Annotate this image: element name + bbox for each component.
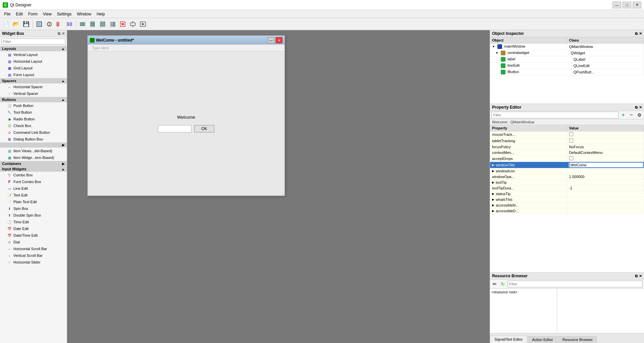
- wb-section-input[interactable]: Input Widgets ▲: [0, 166, 67, 172]
- wb-section-buttons[interactable]: Buttons ▲: [0, 97, 67, 102]
- pe-cell-tablettracking-val[interactable]: [567, 138, 644, 144]
- rb-pencil-btn[interactable]: ✏: [491, 281, 498, 287]
- pe-cell-windowtitle-val[interactable]: [569, 162, 644, 168]
- oi-float-btn[interactable]: ⧉: [635, 32, 638, 36]
- toolbar-layout-h[interactable]: [78, 19, 87, 29]
- wb-item-form-layout[interactable]: ▤ Form Layout: [0, 71, 67, 78]
- wb-item-v-spacer[interactable]: ↕ Vertical Spacer: [0, 90, 67, 97]
- pe-row-tooltip[interactable]: ▶ toolTip: [490, 180, 644, 185]
- menu-form[interactable]: Form: [25, 11, 40, 17]
- rb-filter-input[interactable]: [507, 281, 643, 287]
- menu-file[interactable]: File: [1, 11, 13, 17]
- oi-row-lbutton[interactable]: lButton QPushButt...: [490, 69, 644, 75]
- wb-item-grid-layout[interactable]: ▦ Grid Layout: [0, 65, 67, 71]
- oi-row-lineedit[interactable]: lineEdit QLineEdit: [490, 63, 644, 69]
- menu-settings[interactable]: Settings: [54, 11, 74, 17]
- wb-item-font-combo[interactable]: F Font Combo Box: [0, 178, 67, 185]
- wb-item-text-edit[interactable]: 📝 Text Edit: [0, 192, 67, 198]
- toolbar-signal-edit[interactable]: [45, 19, 54, 29]
- tab-resource-browser[interactable]: Resource Browser: [558, 336, 597, 343]
- form-ok-button[interactable]: OK: [194, 125, 214, 132]
- pe-row-acceptdrops[interactable]: acceptDrops: [490, 156, 644, 162]
- cb-tablettracking[interactable]: [569, 138, 573, 142]
- toolbar-open[interactable]: 📂: [11, 19, 21, 29]
- pe-settings-btn[interactable]: ⚙: [636, 112, 643, 118]
- pe-close-btn[interactable]: ✕: [639, 105, 642, 110]
- toolbar-adjust-size[interactable]: [128, 19, 138, 29]
- wb-item-date-edit[interactable]: 📅 Date Edit: [0, 225, 67, 232]
- pe-row-focuspolicy[interactable]: focusPolicy NoFocus: [490, 144, 644, 150]
- tab-signal-slot[interactable]: Signal/Slot Editor: [490, 336, 527, 343]
- wb-item-dialog-box[interactable]: ⊠ Dialog Button Box: [0, 136, 67, 142]
- minimize-button[interactable]: —: [612, 2, 621, 8]
- form-minimize-button[interactable]: —: [268, 37, 274, 43]
- pe-arrow-windowtitle[interactable]: ▶: [492, 163, 494, 167]
- oi-close-btn[interactable]: ✕: [639, 32, 642, 36]
- form-input-field[interactable]: [158, 125, 192, 132]
- menu-window[interactable]: Window: [74, 11, 94, 17]
- wb-section-spacers[interactable]: Spacers ▲: [0, 78, 67, 83]
- cb-acceptdrops[interactable]: [569, 156, 573, 160]
- toolbar-layout-v[interactable]: [88, 19, 97, 29]
- wb-section-item-views[interactable]: ▶: [0, 142, 67, 148]
- toolbar-layout-form[interactable]: [108, 19, 117, 29]
- widget-box-close[interactable]: ✕: [62, 32, 65, 36]
- pe-row-mousetracking[interactable]: mouseTrack...: [490, 131, 644, 138]
- cb-mousetracking[interactable]: [569, 132, 573, 136]
- property-editor-filter[interactable]: [491, 112, 619, 118]
- canvas-area[interactable]: WelCome - untitled* — ✕ Type Here Welcom…: [67, 30, 490, 343]
- wb-section-layouts[interactable]: Layouts ▲: [0, 46, 67, 51]
- toolbar-widget-edit[interactable]: [35, 19, 44, 29]
- menu-edit[interactable]: Edit: [13, 11, 25, 17]
- maximize-button[interactable]: □: [623, 2, 631, 8]
- widget-box-float[interactable]: ⧉: [58, 32, 60, 36]
- wb-item-dial[interactable]: ⊙ Dial: [0, 239, 67, 245]
- oi-row-centralwidget[interactable]: ▼ centralwidget QWidget: [490, 50, 644, 56]
- toolbar-buddy[interactable]: [65, 19, 74, 29]
- window-title-input[interactable]: [569, 162, 644, 168]
- pe-row-accessiblen[interactable]: ▶ accessibleN...: [490, 203, 644, 208]
- wb-item-h-scroll[interactable]: ↔ Horizontal Scroll Bar: [0, 245, 67, 252]
- pe-cell-acceptdrops-val[interactable]: [567, 156, 644, 162]
- wb-item-h-spacer[interactable]: ↔ Horizontal Spacer: [0, 83, 67, 90]
- pe-row-contextmenu[interactable]: contextMen... DefaultContextMenu: [490, 150, 644, 156]
- wb-item-command-link[interactable]: ⊙ Command Link Button: [0, 129, 67, 136]
- wb-item-double-spin[interactable]: ⬆ Double Spin Box: [0, 212, 67, 219]
- pe-row-windowopa[interactable]: windowOpa... 1.000000: [490, 174, 644, 180]
- form-close-button[interactable]: ✕: [276, 37, 282, 43]
- pe-arrow-windowicon[interactable]: ▶: [492, 169, 494, 173]
- pe-row-tooltipdura[interactable]: toolTipDura... -1: [490, 185, 644, 191]
- pe-row-tablettracking[interactable]: tabletTracking: [490, 138, 644, 144]
- wb-item-datetime-edit[interactable]: 📅 Date/Time Edit: [0, 232, 67, 239]
- widget-box-filter[interactable]: [1, 39, 65, 45]
- wb-item-v-scroll[interactable]: ↕ Vertical Scroll Bar: [0, 252, 67, 259]
- pe-cell-mousetracking-val[interactable]: [567, 131, 644, 137]
- wb-item-item-widget[interactable]: ▦ Item Widge...tem-Based): [0, 154, 67, 161]
- pe-row-accessibled[interactable]: ▶ accessibleD...: [490, 208, 644, 214]
- wb-item-horizontal-layout[interactable]: ▥ Horizontal Layout: [0, 58, 67, 65]
- toolbar-save[interactable]: 💾: [21, 19, 31, 29]
- oi-row-mainwindow[interactable]: ▼ mainWindow QMainWindow: [490, 44, 644, 50]
- wb-item-vertical-layout[interactable]: ▤ Vertical Layout: [0, 51, 67, 58]
- close-button[interactable]: ✕: [633, 2, 641, 8]
- oi-row-label[interactable]: label QLabel: [490, 56, 644, 63]
- wb-item-combo-box[interactable]: ▽ Combo Box: [0, 172, 67, 178]
- rb-close-btn[interactable]: ✕: [639, 274, 642, 278]
- wb-item-check-box[interactable]: ☑ Check Box: [0, 122, 67, 129]
- toolbar-new[interactable]: 📄: [1, 19, 11, 29]
- toolbar-tab-order[interactable]: 1: [55, 19, 64, 29]
- form-content[interactable]: Welcome OK ⌟: [88, 51, 284, 195]
- wb-item-spin-box[interactable]: ⬆ Spin Box: [0, 205, 67, 212]
- toolbar-preview[interactable]: [138, 19, 148, 29]
- pe-remove-btn[interactable]: −: [628, 112, 635, 118]
- menu-view[interactable]: View: [40, 11, 54, 17]
- pe-row-windowtitle[interactable]: ▶ windowTitle: [490, 162, 644, 168]
- pe-row-windowicon[interactable]: ▶ windowIcon: [490, 168, 644, 174]
- resource-browser-main[interactable]: [557, 289, 644, 333]
- pe-arrow-accessibled[interactable]: ▶: [492, 209, 494, 213]
- toolbar-layout-grid[interactable]: [98, 19, 107, 29]
- wb-item-push-button[interactable]: ⬜ Push Button: [0, 102, 67, 109]
- rb-float-btn[interactable]: ⧉: [635, 274, 638, 278]
- pe-add-btn[interactable]: +: [620, 112, 627, 118]
- tab-action-editor[interactable]: Action Editor: [528, 336, 557, 343]
